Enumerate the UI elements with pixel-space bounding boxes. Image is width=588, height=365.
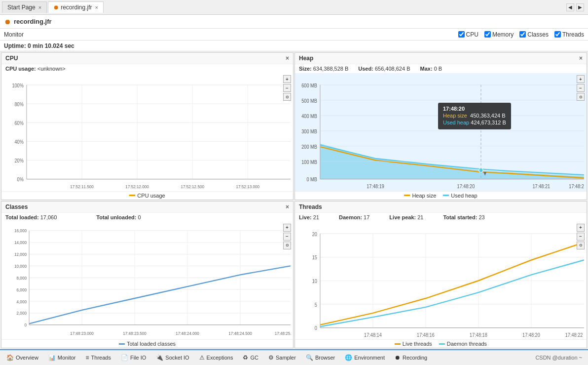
tab-recording[interactable]: ⏺ recording.jfr ×	[48, 1, 104, 13]
tab-start-page[interactable]: Start Page ×	[2, 1, 47, 13]
fileio-icon: 📄	[121, 354, 128, 361]
bottom-tab-recording-label: Recording	[403, 355, 427, 361]
classes-close-btn[interactable]: ×	[286, 203, 289, 210]
heap-panel-header: Heap ×	[295, 53, 587, 64]
svg-text:20: 20	[312, 231, 318, 237]
tab-start-close[interactable]: ×	[38, 4, 41, 10]
monitor-bar: Monitor CPU Memory Classes Threads	[0, 29, 588, 41]
cpu-chart: 100% 80% 60% 40% 20% 0% 17:52:11.500 17:…	[1, 73, 293, 191]
exceptions-icon: ⚠	[199, 354, 205, 361]
classes-panel: Classes × Total loaded: 17,060 Total unl…	[1, 201, 294, 349]
svg-text:5: 5	[315, 302, 318, 308]
svg-text:200 MB: 200 MB	[301, 144, 317, 150]
svg-text:17:52:11.500: 17:52:11.500	[70, 184, 94, 189]
main-content: CPU × CPU usage: <unknown> + − ⊙	[0, 51, 588, 349]
svg-text:14,000: 14,000	[14, 240, 27, 245]
threads-icon: ≡	[86, 354, 89, 361]
classes-zoom-reset[interactable]: ⊙	[283, 242, 291, 249]
file-icon: ⏺	[4, 18, 11, 26]
bottom-tab-overview-label: Overview	[16, 355, 38, 361]
heap-close-btn[interactable]: ×	[579, 55, 583, 62]
threads-legend: Live threads Daemon threads	[295, 339, 587, 348]
bottom-tab-environment-label: Environment	[354, 355, 385, 361]
cpu-zoom-reset[interactable]: ⊙	[283, 93, 291, 101]
tab-recording-label: recording.jfr	[61, 4, 92, 11]
svg-text:40%: 40%	[15, 139, 24, 145]
threads-live-stat: Live: 21	[299, 214, 319, 220]
svg-text:2,000: 2,000	[17, 310, 27, 316]
browser-icon: 🔍	[306, 354, 313, 361]
svg-text:100%: 100%	[12, 82, 24, 88]
svg-text:17:48:25.: 17:48:25.	[275, 330, 292, 336]
svg-text:300 MB: 300 MB	[301, 128, 317, 134]
svg-text:17:48:18: 17:48:18	[470, 331, 487, 337]
threads-legend-daemon: Daemon threads	[439, 341, 487, 347]
classes-zoom-in[interactable]: +	[283, 224, 291, 232]
bottom-tab-gc[interactable]: ♻ GC	[238, 352, 263, 363]
heap-zoom-in[interactable]: +	[577, 75, 585, 83]
bottom-tab-monitor[interactable]: 📊 Monitor	[44, 352, 80, 363]
svg-text:80%: 80%	[15, 101, 24, 107]
checkbox-cpu[interactable]: CPU	[458, 31, 478, 38]
checkbox-classes[interactable]: Classes	[519, 31, 549, 38]
cpu-close-btn[interactable]: ×	[286, 55, 289, 62]
threads-panel-header: Threads	[295, 202, 587, 213]
file-title: recording.jfr	[14, 18, 52, 25]
nav-forward[interactable]: ▶	[576, 3, 584, 11]
tab-recording-close[interactable]: ×	[95, 4, 98, 10]
threads-zoom-reset[interactable]: ⊙	[577, 242, 585, 249]
classes-legend-total: Total loaded classes	[119, 341, 176, 347]
svg-text:8,000: 8,000	[17, 275, 27, 281]
svg-text:0%: 0%	[17, 177, 24, 183]
bottom-tab-exceptions-label: Exceptions	[207, 355, 233, 361]
bottom-tab-socketio[interactable]: 🔌 Socket IO	[151, 352, 193, 363]
svg-text:17:48:16: 17:48:16	[417, 331, 435, 337]
svg-text:600 MB: 600 MB	[301, 82, 317, 88]
cpu-stats: CPU usage: <unknown>	[1, 64, 293, 73]
svg-text:60%: 60%	[15, 120, 24, 126]
heap-chart-body: + − ⊙ 17:48:20 Heap size 450,363,424 B U…	[295, 73, 587, 191]
sampler-icon: ⚙	[268, 354, 274, 361]
svg-text:15: 15	[312, 254, 318, 260]
cpu-zoom-in[interactable]: +	[283, 75, 291, 83]
bottom-tab-environment[interactable]: 🌐 Environment	[340, 352, 389, 363]
svg-text:17:48:24.500: 17:48:24.500	[228, 330, 252, 336]
title-bar: Start Page × ⏺ recording.jfr × ◀ ▶	[0, 0, 588, 15]
threads-chart-body: + − ⊙ 20 1	[295, 222, 587, 340]
threads-zoom-out[interactable]: −	[577, 233, 585, 241]
bottom-tab-socketio-label: Socket IO	[165, 355, 189, 361]
heap-zoom-reset[interactable]: ⊙	[577, 93, 585, 101]
threads-livepeak-stat: Live peak: 21	[389, 214, 423, 220]
nav-back[interactable]: ◀	[566, 3, 574, 11]
bottom-tab-browser[interactable]: 🔍 Browser	[301, 352, 339, 363]
bottom-tab-overview[interactable]: 🏠 Overview	[2, 352, 43, 363]
heap-max-stat: Max: 0 B	[420, 66, 442, 72]
classes-zoom-out[interactable]: −	[283, 233, 291, 241]
threads-stats: Live: 21 Daemon: 17 Live peak: 21 Total …	[295, 213, 587, 222]
cpu-zoom-out[interactable]: −	[283, 84, 291, 92]
bottom-tab-threads[interactable]: ≡ Threads	[81, 352, 115, 363]
threads-legend-live: Live threads	[395, 341, 432, 347]
checkbox-memory[interactable]: Memory	[484, 31, 514, 38]
threads-zoom-in[interactable]: +	[577, 224, 585, 232]
svg-text:17:48:21: 17:48:21	[532, 183, 550, 189]
heap-used-stat: Used: 656,408,624 B	[358, 66, 410, 72]
svg-text:0 MB: 0 MB	[306, 177, 317, 183]
checkbox-threads[interactable]: Threads	[554, 31, 584, 38]
svg-text:0: 0	[315, 325, 318, 331]
cpu-panel-header: CPU ×	[1, 53, 293, 64]
svg-text:17:48:20: 17:48:20	[522, 331, 540, 337]
svg-text:20%: 20%	[15, 158, 24, 164]
bottom-tab-exceptions[interactable]: ⚠ Exceptions	[195, 352, 238, 363]
bottom-tab-fileio[interactable]: 📄 File IO	[116, 352, 150, 363]
svg-text:4,000: 4,000	[17, 298, 27, 304]
bottom-tab-sampler-label: Sampler	[276, 355, 296, 361]
heap-title: Heap	[299, 55, 313, 62]
classes-legend: Total loaded classes	[1, 339, 293, 348]
bottom-tab-recording[interactable]: ⏺ Recording	[390, 352, 432, 363]
cpu-legend: CPU usage	[1, 191, 293, 200]
svg-text:500 MB: 500 MB	[301, 98, 317, 104]
heap-zoom-out[interactable]: −	[577, 84, 585, 92]
bottom-tab-sampler[interactable]: ⚙ Sampler	[264, 352, 300, 363]
svg-text:10,000: 10,000	[14, 263, 27, 269]
